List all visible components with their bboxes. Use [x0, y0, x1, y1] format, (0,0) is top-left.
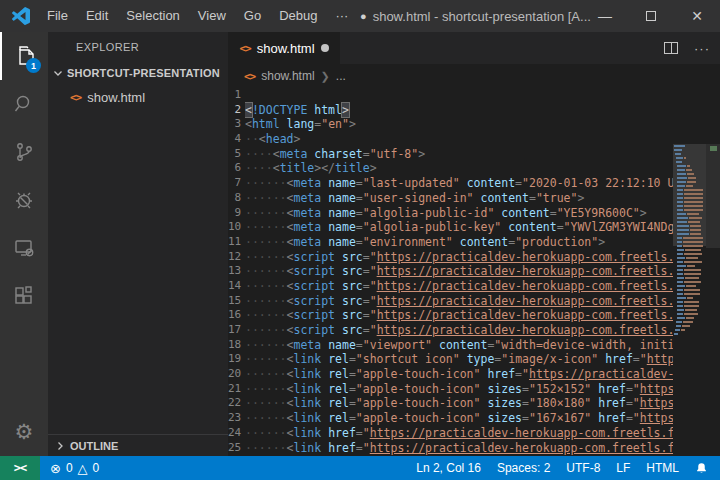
menu-selection[interactable]: Selection: [117, 0, 188, 32]
sidebar-item-search[interactable]: [0, 80, 48, 128]
line-number-22[interactable]: 22: [228, 396, 241, 411]
code-line-11[interactable]: ······<meta name="environment" content="…: [245, 235, 673, 250]
sidebar-item-debug[interactable]: [0, 176, 48, 224]
indentation-setting[interactable]: Spaces: 2: [497, 461, 550, 475]
eol-setting[interactable]: LF: [616, 461, 630, 475]
tab-show-html[interactable]: <> show.html: [228, 32, 340, 64]
sidebar-item-remote-explorer[interactable]: [0, 224, 48, 272]
line-number-1[interactable]: 1: [228, 88, 241, 103]
notifications-bell-icon[interactable]: [695, 462, 708, 475]
code-line-9[interactable]: ······<meta name="algolia-public-id" con…: [245, 206, 673, 221]
code-line-18[interactable]: ······<meta name="viewport" content="wid…: [245, 338, 673, 353]
line-number-19[interactable]: 19: [228, 352, 241, 367]
line-number-12[interactable]: 12: [228, 250, 241, 265]
line-number-9[interactable]: 9: [228, 206, 241, 221]
code-line-15[interactable]: ······<script src="https://practicaldev-…: [245, 294, 673, 309]
line-number-21[interactable]: 21: [228, 382, 241, 397]
code-token: script: [293, 308, 335, 322]
code-line-10[interactable]: ······<meta name="algolia-public-key" co…: [245, 220, 673, 235]
line-number-20[interactable]: 20: [228, 367, 241, 382]
cursor-position[interactable]: Ln 2, Col 16: [416, 461, 481, 475]
code-line-20[interactable]: ······<link rel="apple-touch-icon" href=…: [245, 367, 673, 382]
scrollbar-thumb[interactable]: [706, 144, 720, 248]
line-number-8[interactable]: 8: [228, 191, 241, 206]
activity-bar: 1 ⚙: [0, 32, 48, 456]
line-number-7[interactable]: 7: [228, 176, 241, 191]
menu-edit[interactable]: Edit: [77, 0, 117, 32]
code-line-14[interactable]: ······<script src="https://practicaldev-…: [245, 279, 673, 294]
line-number-23[interactable]: 23: [228, 411, 241, 426]
code-line-21[interactable]: ······<link rel="apple-touch-icon" sizes…: [245, 382, 673, 397]
code-line-4[interactable]: ··<head>: [245, 132, 673, 147]
code-line-7[interactable]: ······<meta name="last-updated" content=…: [245, 176, 673, 191]
line-number-2[interactable]: 2: [228, 103, 241, 118]
folder-section-header[interactable]: SHORTCUT-PRESENTATION: [48, 62, 228, 84]
code-line-19[interactable]: ······<link rel="shortcut icon" type="im…: [245, 352, 673, 367]
line-number-13[interactable]: 13: [228, 264, 241, 279]
line-number-10[interactable]: 10: [228, 220, 241, 235]
menu-go[interactable]: Go: [235, 0, 270, 32]
menu-debug[interactable]: Debug: [270, 0, 326, 32]
encoding-setting[interactable]: UTF-8: [566, 461, 600, 475]
more-actions-icon[interactable]: ···: [694, 41, 710, 56]
problems-status[interactable]: ⊗ 0 △ 0: [50, 461, 99, 476]
remote-indicator[interactable]: ><: [0, 456, 40, 480]
window-controls: — ✕: [582, 0, 720, 32]
file-item-show-html[interactable]: <> show.html: [48, 86, 228, 108]
line-number-25[interactable]: 25: [228, 441, 241, 456]
code-token: https://practicaldev-herokuapp-com.freet…: [377, 323, 673, 337]
vertical-scrollbar[interactable]: [706, 144, 720, 456]
code-line-12[interactable]: ······<script src="https://practicaldev-…: [245, 250, 673, 265]
line-number-5[interactable]: 5: [228, 147, 241, 162]
code-line-6[interactable]: ····<title></title>: [245, 161, 673, 176]
language-mode[interactable]: HTML: [646, 461, 679, 475]
code-line-23[interactable]: ······<link rel="apple-touch-icon" sizes…: [245, 411, 673, 426]
code-editor[interactable]: 1234567891011121314151617181920212223242…: [228, 88, 720, 456]
code-token: [335, 279, 342, 293]
menu-more[interactable]: ···: [326, 0, 357, 32]
sidebar-item-explorer[interactable]: 1: [0, 32, 48, 80]
line-number-17[interactable]: 17: [228, 323, 241, 338]
outline-section-header[interactable]: OUTLINE: [48, 434, 228, 456]
code-line-17[interactable]: ······<script src="https://practicaldev-…: [245, 323, 673, 338]
code-line-3[interactable]: <html lang="en">: [245, 117, 673, 132]
code-token: href: [598, 382, 626, 396]
sidebar-item-source-control[interactable]: [0, 128, 48, 176]
line-number-16[interactable]: 16: [228, 308, 241, 323]
line-number-11[interactable]: 11: [228, 235, 241, 250]
sidebar-item-extensions[interactable]: [0, 272, 48, 320]
code-line-2[interactable]: <!DOCTYPE html>: [245, 103, 673, 118]
line-number-24[interactable]: 24: [228, 426, 241, 441]
line-number-6[interactable]: 6: [228, 161, 241, 176]
close-button[interactable]: ✕: [674, 0, 720, 32]
settings-button[interactable]: ⚙: [0, 408, 48, 456]
menu-view[interactable]: View: [189, 0, 235, 32]
chevron-down-icon: [52, 67, 64, 79]
code-token: ": [370, 308, 377, 322]
code-line-22[interactable]: ······<link rel="apple-touch-icon" sizes…: [245, 396, 673, 411]
split-editor-icon[interactable]: [664, 42, 678, 54]
code-token: >: [577, 191, 584, 205]
breadcrumb-tail[interactable]: ...: [336, 69, 346, 83]
modified-dot-icon[interactable]: [321, 44, 329, 52]
menu-file[interactable]: File: [38, 0, 77, 32]
code-line-5[interactable]: ····<meta charset="utf-8">: [245, 147, 673, 162]
line-number-3[interactable]: 3: [228, 117, 241, 132]
code-line-8[interactable]: ······<meta name="user-signed-in" conten…: [245, 191, 673, 206]
code-line-16[interactable]: ······<script src="https://practicaldev-…: [245, 308, 673, 323]
minimap[interactable]: [673, 144, 706, 456]
code-line-13[interactable]: ······<script src="https://practicaldev-…: [245, 264, 673, 279]
line-number-14[interactable]: 14: [228, 279, 241, 294]
breadcrumb-file[interactable]: show.html: [261, 69, 314, 83]
code-line-24[interactable]: ······<link href="https://practicaldev-h…: [245, 426, 673, 441]
line-number-4[interactable]: 4: [228, 132, 241, 147]
line-number-18[interactable]: 18: [228, 338, 241, 353]
folder-name: SHORTCUT-PRESENTATION: [67, 67, 220, 79]
maximize-button[interactable]: [628, 0, 674, 32]
minimize-button[interactable]: —: [582, 0, 628, 32]
code-line-1[interactable]: [245, 88, 673, 103]
code-line-25[interactable]: ······<link href="https://practicaldev-h…: [245, 441, 673, 456]
code-token: meta: [293, 206, 321, 220]
line-number-15[interactable]: 15: [228, 294, 241, 309]
window-title-text: show.html - shortcut-presentation [A...: [373, 9, 591, 24]
